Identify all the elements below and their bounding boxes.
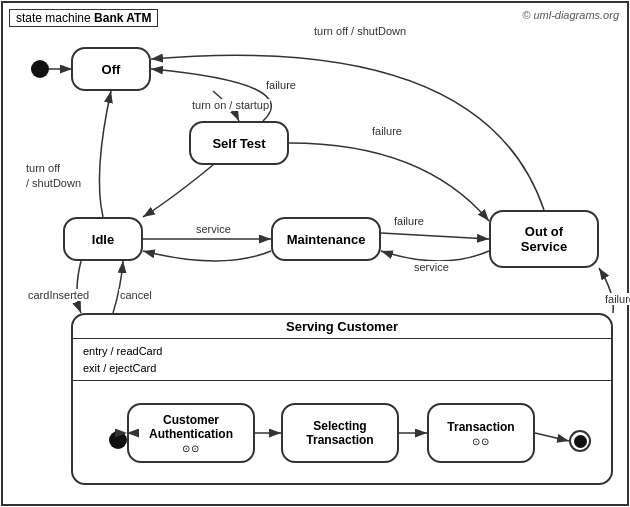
state-outofservice: Out of Service: [489, 210, 599, 268]
label-turnoff-left: turn off/ shutDown: [25, 161, 82, 192]
label-failure-selftest-oos: failure: [371, 125, 403, 137]
history-icon-custauth: ⊙⊙: [182, 443, 200, 454]
label-service1: service: [195, 223, 232, 235]
composite-title: Serving Customer: [73, 315, 611, 334]
svg-line-4: [381, 233, 489, 239]
state-maintenance: Maintenance: [271, 217, 381, 261]
label-cardinserted: cardInserted: [27, 289, 90, 301]
final-state: [569, 430, 591, 452]
state-idle: Idle: [63, 217, 143, 261]
state-off: Off: [71, 47, 151, 91]
title-name: Bank ATM: [94, 11, 151, 25]
initial-state-main: [31, 60, 49, 78]
label-failure-maint-oos: failure: [393, 215, 425, 227]
substate-customer-auth: CustomerAuthentication ⊙⊙: [127, 403, 255, 463]
label-turnon: turn on / startup: [191, 99, 270, 111]
composite-entry-exit: entry / readCard exit / ejectCard: [73, 339, 611, 376]
label-turnoff-top: turn off / shutDown: [313, 25, 407, 37]
diagram-container: state machine Bank ATM © uml-diagrams.or…: [1, 1, 629, 506]
substate-transaction: Transaction ⊙⊙: [427, 403, 535, 463]
history-icon-transaction: ⊙⊙: [472, 436, 490, 447]
substate-selecting-transaction: SelectingTransaction: [281, 403, 399, 463]
title-bar: state machine Bank ATM: [9, 9, 158, 27]
label-cancel: cancel: [119, 289, 153, 301]
state-selftest: Self Test: [189, 121, 289, 165]
copyright: © uml-diagrams.org: [522, 9, 619, 21]
label-service2: service: [413, 261, 450, 273]
label-failure-selftest-off: failure: [265, 79, 297, 91]
label-failure-serving-oos: failure: [604, 293, 630, 305]
title-prefix: state machine: [16, 11, 91, 25]
initial-state-sub: [109, 431, 127, 449]
